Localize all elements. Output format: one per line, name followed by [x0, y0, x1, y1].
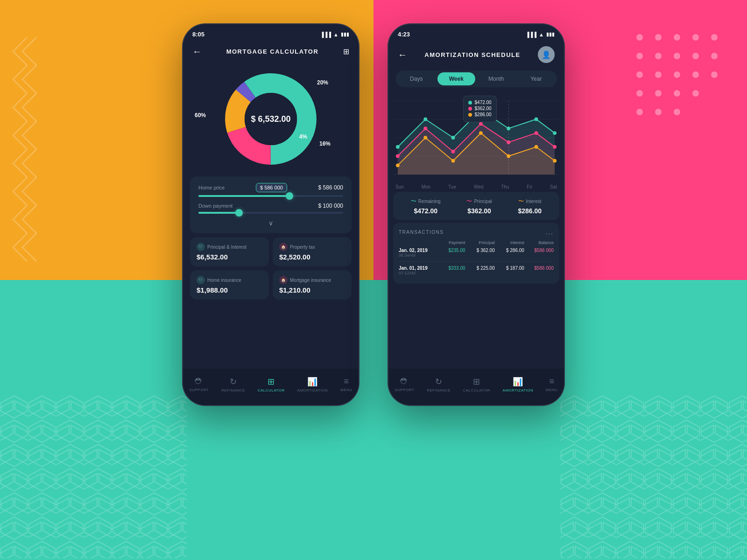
tab-year[interactable]: Year — [517, 72, 556, 85]
svg-point-55 — [423, 136, 427, 140]
svg-point-49 — [451, 150, 455, 154]
txn2-time: 07:12AM — [399, 271, 436, 275]
transaction-divider — [399, 261, 554, 262]
tooltip-principal: $362.00 — [475, 106, 492, 111]
home-ins-label: 🛡 Home insurance — [197, 276, 262, 284]
tax-label: 🏠 Property tax — [279, 243, 345, 251]
down-payment-thumb[interactable] — [235, 209, 243, 217]
tab-week[interactable]: Week — [437, 72, 476, 85]
day-thu: Thu — [501, 184, 509, 189]
svg-point-53 — [553, 145, 557, 149]
txn2-interest: $ 187.00 — [496, 266, 524, 275]
status-icons-left: ▐▐▐ ▲ ▮▮▮ — [320, 31, 349, 37]
home-price-thumb[interactable] — [286, 192, 293, 200]
back-button-right[interactable]: ← — [398, 49, 407, 60]
tooltip-dot-remaining — [468, 101, 472, 105]
back-button-left[interactable]: ← — [192, 46, 202, 57]
stat-remaining-name: Remaining — [418, 199, 441, 204]
support-icon: ⛑ — [195, 377, 203, 386]
txn1-date: Jan. 02, 2019 — [399, 248, 436, 253]
principal-icon: 🛡 — [197, 243, 205, 251]
svg-point-41 — [423, 117, 427, 121]
home-price-slider[interactable] — [198, 195, 343, 197]
signal-icon: ▐▐▐ — [320, 32, 331, 37]
tooltip-row-interest: $286.00 — [468, 112, 492, 117]
svg-point-56 — [451, 159, 455, 162]
txn1-payment: $235.00 — [437, 248, 465, 258]
col-header-date — [399, 240, 436, 245]
nav-menu-right[interactable]: ≡ MENU — [546, 377, 558, 392]
mortgage-ins-label: 🏠 Mortgage insurance — [279, 276, 345, 284]
status-time-left: 8:05 — [192, 31, 204, 38]
transactions-more-icon[interactable]: ... — [545, 228, 554, 236]
down-payment-fill — [198, 212, 239, 214]
tab-days[interactable]: Days — [397, 72, 436, 85]
summary-cards-grid: 🛡 Principal & Interest $6,532.00 🏠 Prope… — [190, 237, 352, 300]
stat-remaining: 〜 Remaining $472.00 — [411, 197, 441, 215]
filter-icon-left[interactable]: ⊞ — [343, 47, 349, 56]
user-avatar[interactable]: 👤 — [538, 46, 555, 63]
nav-refinance-left[interactable]: ↻ REFINANCE — [221, 377, 245, 392]
svg-point-48 — [423, 126, 427, 130]
down-payment-label: Down payment — [198, 203, 233, 209]
calculator-icon-right: ⊞ — [473, 377, 480, 387]
battery-icon: ▮▮▮ — [341, 31, 349, 37]
home-ins-icon: 🛡 — [197, 276, 205, 284]
status-icons-right: ▐▐▐ ▲ ▮▮▮ — [526, 31, 555, 37]
transactions-title: TRANSACTIONS — [399, 230, 444, 235]
svg-point-47 — [396, 154, 400, 158]
page-title-left: MORTGAGE CALCULATOR — [226, 48, 319, 55]
nav-menu-left[interactable]: ≡ MENU — [340, 377, 352, 392]
pct-label-16: 16% — [319, 140, 331, 147]
left-phone: 8:05 ▐▐▐ ▲ ▮▮▮ ← MORTGAGE CALCULATOR ⊞ — [182, 23, 359, 406]
wave-principal: 〜 — [466, 197, 472, 205]
transactions-section: TRANSACTIONS ... Payment Principal Inter… — [393, 223, 559, 284]
nav-refinance-right[interactable]: ↻ REFINANCE — [427, 377, 451, 392]
tooltip-dot-interest — [468, 113, 472, 117]
refinance-icon-right: ↻ — [435, 377, 442, 387]
home-price-fill — [198, 195, 289, 197]
signal-icon-right: ▐▐▐ — [526, 32, 536, 37]
nav-support-left[interactable]: ⛑ SUPPORT — [189, 377, 209, 392]
txn1-date-block: Jan. 02, 2019 06:34AM — [399, 248, 436, 258]
day-labels: Sun Mon Tue Wed Thu Fri Sat — [388, 184, 564, 189]
mortgage-ins-amount: $1,210.00 — [279, 286, 345, 294]
stat-principal-value: $362.00 — [466, 207, 492, 215]
hex-grid-right — [560, 395, 747, 560]
transactions-header: TRANSACTIONS ... — [399, 228, 554, 236]
svg-point-52 — [535, 131, 538, 135]
txn1-time: 06:34AM — [399, 253, 436, 258]
nav-support-right[interactable]: ⛑ SUPPORT — [395, 377, 414, 392]
wave-interest: 〜 — [518, 197, 524, 205]
svg-point-60 — [553, 159, 557, 162]
phones-container: 8:05 ▐▐▐ ▲ ▮▮▮ ← MORTGAGE CALCULATOR ⊞ — [0, 23, 747, 406]
down-payment-value: $ 100 000 — [318, 203, 343, 209]
principal-amount: $6,532.00 — [197, 253, 262, 261]
down-payment-slider[interactable] — [198, 212, 343, 214]
nav-amortization-left[interactable]: 📊 AMORTIZATION — [297, 377, 328, 392]
amortization-icon-right: 📊 — [513, 377, 523, 387]
tooltip-interest: $286.00 — [475, 112, 492, 117]
svg-point-59 — [535, 145, 538, 149]
chart-area: $472.00 $362.00 $286.00 — [393, 91, 559, 184]
wifi-icon: ▲ — [333, 32, 338, 37]
refinance-icon: ↻ — [230, 377, 237, 387]
tab-month[interactable]: Month — [477, 72, 515, 85]
nav-calculator-right[interactable]: ⊞ CALCULATOR — [463, 377, 490, 392]
home-price-row: Home price $ 586 000 $ 586 000 — [198, 183, 343, 192]
txn2-payment: $333.00 — [437, 266, 465, 275]
nav-header-left: ← MORTGAGE CALCULATOR ⊞ — [183, 42, 359, 61]
txn2-date: Jan. 01, 2019 — [399, 266, 436, 271]
pct-label-20: 20% — [317, 79, 328, 86]
nav-calculator-left[interactable]: ⊞ CALCULATOR — [258, 377, 285, 392]
summary-card-mortgage-ins: 🏠 Mortgage insurance $1,210.00 — [273, 270, 352, 300]
nav-amortization-right[interactable]: 📊 AMORTIZATION — [503, 377, 534, 392]
expand-button[interactable]: ∨ — [198, 219, 343, 227]
status-time-right: 4:23 — [398, 31, 410, 38]
home-price-label: Home price — [198, 185, 225, 190]
svg-point-42 — [451, 136, 455, 140]
donut-center-text: $ 6,532.00 — [251, 114, 290, 124]
tooltip-row-remaining: $472.00 — [468, 100, 492, 105]
svg-point-40 — [396, 145, 400, 149]
txn2-balance: $586 000 — [525, 266, 554, 275]
